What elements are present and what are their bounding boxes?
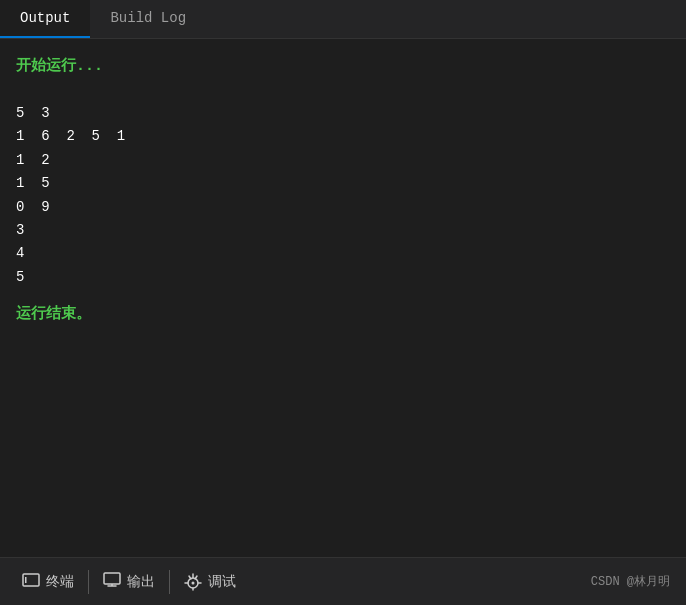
output-button[interactable]: 输出 <box>89 558 169 605</box>
output-line-3: 1 2 <box>16 149 670 171</box>
start-message: 开始运行... <box>16 55 670 79</box>
debug-button[interactable]: 调试 <box>170 558 250 605</box>
output-line-7: 4 <box>16 242 670 264</box>
output-icon <box>103 572 121 591</box>
svg-line-8 <box>189 576 191 579</box>
end-message: 运行结束。 <box>16 303 670 327</box>
status-bar: 终端 输出 调试 CSDN @林月 <box>0 557 686 605</box>
output-label: 输出 <box>127 573 155 591</box>
debug-icon <box>184 573 202 591</box>
svg-rect-2 <box>104 573 120 584</box>
tab-build-log[interactable]: Build Log <box>90 0 206 38</box>
svg-point-6 <box>192 581 195 584</box>
output-area: 开始运行... 5 3 1 6 2 5 1 1 2 1 5 0 9 3 4 5 … <box>0 39 686 557</box>
output-line-6: 3 <box>16 219 670 241</box>
branding: CSDN @林月明 <box>591 573 678 590</box>
debug-label: 调试 <box>208 573 236 591</box>
terminal-label: 终端 <box>46 573 74 591</box>
output-line-5: 0 9 <box>16 196 670 218</box>
output-line-4: 1 5 <box>16 172 670 194</box>
tab-bar: Output Build Log <box>0 0 686 39</box>
terminal-button[interactable]: 终端 <box>8 558 88 605</box>
output-line-2: 1 6 2 5 1 <box>16 125 670 147</box>
terminal-icon <box>22 573 40 590</box>
tab-output[interactable]: Output <box>0 0 90 38</box>
output-line-1: 5 3 <box>16 102 670 124</box>
svg-rect-1 <box>25 577 27 583</box>
output-line-8: 5 <box>16 266 670 288</box>
svg-line-9 <box>195 576 197 579</box>
